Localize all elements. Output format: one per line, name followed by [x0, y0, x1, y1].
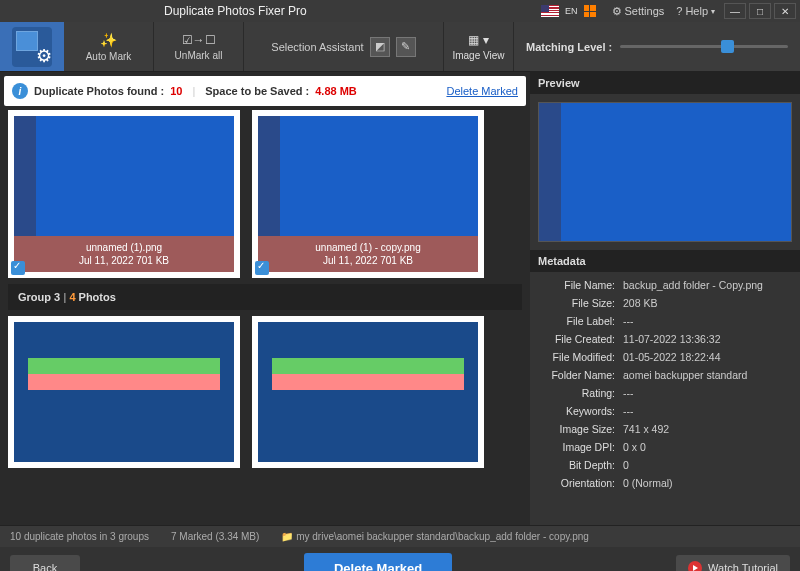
photo-filename: unnamed (1).png	[14, 242, 234, 253]
photo-thumbnail[interactable]	[258, 116, 478, 236]
meta-row: File Label:---	[538, 312, 792, 330]
minimize-button[interactable]: —	[724, 3, 746, 19]
meta-row: Image DPI:0 x 0	[538, 438, 792, 456]
app-title: Duplicate Photos Fixer Pro	[164, 4, 307, 18]
meta-row: Keywords:---	[538, 402, 792, 420]
meta-row: Bit Depth:0	[538, 456, 792, 474]
photo-filename: unnamed (1) - copy.png	[258, 242, 478, 253]
metadata-table: File Name:backup_add folder - Copy.png F…	[530, 272, 800, 525]
meta-row: File Modified:01-05-2022 18:22:44	[538, 348, 792, 366]
meta-row: File Size:208 KB	[538, 294, 792, 312]
auto-mark-button[interactable]: ✨ Auto Mark	[64, 22, 154, 71]
meta-row: File Name:backup_add folder - Copy.png	[538, 276, 792, 294]
meta-row: File Created:11-07-2022 13:36:32	[538, 330, 792, 348]
space-label: Space to be Saved :	[205, 85, 309, 97]
chevron-down-icon: ▾	[711, 7, 715, 16]
found-count: 10	[170, 85, 182, 97]
wand-icon: ✨	[100, 32, 117, 48]
maximize-button[interactable]: □	[749, 3, 771, 19]
details-panel: Preview Metadata File Name:backup_add fo…	[530, 72, 800, 525]
selection-assistant-label: Selection Assistant	[271, 41, 363, 53]
photo-card[interactable]: unnamed (1).png Jul 11, 2022 701 KB	[8, 110, 240, 278]
photo-card[interactable]: unnamed (1) - copy.png Jul 11, 2022 701 …	[252, 110, 484, 278]
settings-button[interactable]: ⚙Settings	[612, 5, 665, 18]
photo-details: Jul 11, 2022 701 KB	[14, 255, 234, 266]
metadata-header: Metadata	[530, 250, 800, 272]
flag-us-icon[interactable]	[541, 5, 559, 17]
apps-grid-icon[interactable]	[584, 5, 596, 17]
photo-thumbnail[interactable]	[258, 322, 478, 462]
results-panel: i Duplicate Photos found : 10 | Space to…	[0, 72, 530, 525]
meta-row: Image Size:741 x 492	[538, 420, 792, 438]
meta-row: Orientation:0 (Normal)	[538, 474, 792, 492]
folder-icon: 📁	[281, 531, 293, 542]
photo-meta: unnamed (1).png Jul 11, 2022 701 KB	[14, 236, 234, 272]
photo-checkbox[interactable]	[11, 261, 25, 275]
meta-row: Folder Name:aomei backupper standard	[538, 366, 792, 384]
main-toolbar: ✨ Auto Mark ☑→☐ UnMark all Selection Ass…	[0, 22, 800, 72]
selection-assistant-area: Selection Assistant ◩ ✎	[244, 22, 444, 71]
unmark-all-button[interactable]: ☑→☐ UnMark all	[154, 22, 244, 71]
photo-card[interactable]	[252, 316, 484, 468]
photo-card[interactable]	[8, 316, 240, 468]
app-logo-icon	[12, 27, 52, 67]
delete-marked-link[interactable]: Delete Marked	[446, 85, 518, 97]
selection-tool-1-button[interactable]: ◩	[370, 37, 390, 57]
status-path: 📁 my drive\aomei backupper standard\back…	[281, 531, 589, 542]
preview-image[interactable]	[538, 102, 792, 242]
selection-tool-2-button[interactable]: ✎	[396, 37, 416, 57]
photo-details: Jul 11, 2022 701 KB	[258, 255, 478, 266]
status-groups: 10 duplicate photos in 3 groups	[10, 531, 149, 542]
back-button[interactable]: Back	[10, 555, 80, 571]
gallery: unnamed (1).png Jul 11, 2022 701 KB unna…	[0, 110, 530, 525]
photo-checkbox[interactable]	[255, 261, 269, 275]
matching-level-label: Matching Level :	[526, 41, 612, 53]
photo-thumbnail[interactable]	[14, 116, 234, 236]
app-logo	[0, 22, 64, 71]
help-button[interactable]: ?Help▾	[676, 5, 715, 17]
info-icon: i	[12, 83, 28, 99]
preview-header: Preview	[530, 72, 800, 94]
help-icon: ?	[676, 5, 682, 17]
language-dropdown[interactable]: EN	[565, 6, 578, 16]
watch-tutorial-button[interactable]: Watch Tutorial	[676, 555, 790, 571]
matching-level-area: Matching Level :	[514, 22, 800, 71]
title-bar: Duplicate Photos Fixer Pro EN ⚙Settings …	[0, 0, 800, 22]
bottom-bar: Back Delete Marked Watch Tutorial	[0, 547, 800, 571]
gear-icon: ⚙	[612, 5, 622, 18]
status-marked: 7 Marked (3.34 MB)	[171, 531, 259, 542]
status-bar: 10 duplicate photos in 3 groups 7 Marked…	[0, 525, 800, 547]
slider-thumb[interactable]	[721, 40, 734, 53]
found-label: Duplicate Photos found :	[34, 85, 164, 97]
play-icon	[688, 561, 702, 571]
unmark-icon: ☑→☐	[182, 33, 216, 47]
space-value: 4.88 MB	[315, 85, 357, 97]
info-bar: i Duplicate Photos found : 10 | Space to…	[4, 76, 526, 106]
matching-level-slider[interactable]	[620, 45, 788, 48]
photo-meta: unnamed (1) - copy.png Jul 11, 2022 701 …	[258, 236, 478, 272]
close-button[interactable]: ✕	[774, 3, 796, 19]
meta-row: Rating:---	[538, 384, 792, 402]
group-header[interactable]: Group 3 | 4 Photos	[8, 284, 522, 310]
delete-marked-button[interactable]: Delete Marked	[304, 553, 452, 571]
photo-thumbnail[interactable]	[14, 322, 234, 462]
image-view-button[interactable]: ▦ ▾ Image View	[444, 22, 514, 71]
grid-view-icon: ▦ ▾	[468, 33, 488, 47]
